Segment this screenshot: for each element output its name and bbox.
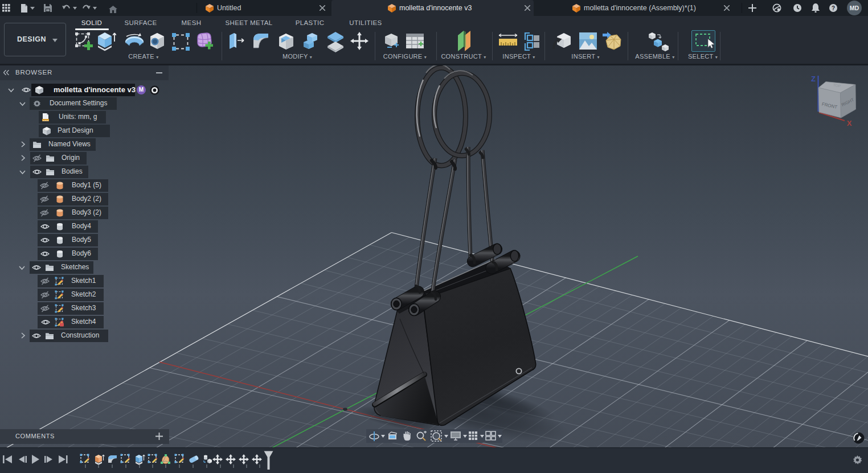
svg-text:Z: Z: [811, 75, 816, 83]
svg-text:X: X: [847, 119, 852, 127]
svg-text:?: ?: [832, 5, 835, 11]
